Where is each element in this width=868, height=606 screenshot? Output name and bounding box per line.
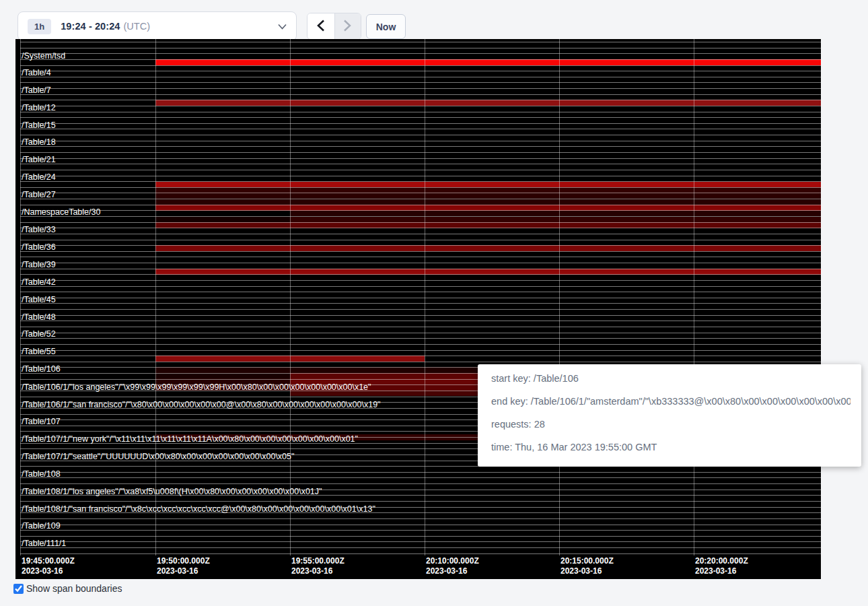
row-label: /Table/107/1/"new york"/"\x11\x11\x11\x1…: [22, 434, 358, 444]
next-interval-button[interactable]: [334, 13, 361, 39]
row-label: /Table/107: [22, 417, 61, 426]
span-boundary-line: [20, 280, 821, 281]
row-label: /Table/55: [22, 347, 56, 356]
span-boundary-line: [20, 344, 821, 345]
chevron-right-icon: [343, 20, 352, 34]
span-boundary-line: [20, 257, 821, 257]
span-boundary-line: [20, 228, 821, 228]
hover-tooltip: start key: /Table/106 end key: /Table/10…: [478, 364, 861, 467]
now-button[interactable]: Now: [366, 14, 406, 39]
span-boundary-line: [20, 123, 821, 124]
span-boundary-line: [20, 315, 821, 316]
row-label: /Table/39: [22, 260, 56, 269]
row-label: /Table/36: [22, 242, 56, 252]
row-label: /Table/106/1/"san francisco"/"\x80\x00\x…: [22, 400, 381, 409]
span-boundary-line: [20, 65, 821, 66]
row-label: /System/tsd: [22, 51, 65, 61]
row-label: /Table/27: [22, 190, 56, 199]
time-gridline: [425, 39, 425, 556]
span-boundary-line: [20, 298, 821, 298]
row-label: /Table/21: [22, 155, 56, 164]
span-boundary-line: [20, 477, 821, 478]
show-span-boundaries-label: Show span boundaries: [26, 583, 122, 594]
span-boundary-line: [20, 362, 821, 362]
span-boundary-line: [20, 129, 821, 129]
span-boundary-line: [20, 100, 821, 100]
row-label: /Table/109: [22, 521, 61, 531]
row-label: /Table/18: [22, 137, 56, 147]
span-boundary-line: [20, 222, 821, 223]
span-boundary-line: [20, 547, 821, 548]
span-boundary-line: [20, 152, 821, 153]
heatmap-canvas[interactable]: /System/tsd/Table/4/Table/7/Table/12/Tab…: [15, 39, 821, 579]
tooltip-time: time: Thu, 16 Mar 2023 19:55:00 GMT: [491, 436, 851, 459]
span-boundary-line: [20, 518, 821, 519]
span-boundary-line: [20, 525, 821, 525]
span-boundary-line: [20, 530, 821, 531]
tooltip-start-key: start key: /Table/106: [491, 367, 851, 390]
span-boundary-line: [20, 71, 821, 71]
chevron-down-icon: [278, 24, 287, 30]
span-boundary-line: [20, 181, 821, 182]
tooltip-requests: requests: 28: [491, 413, 851, 436]
span-boundary-line: [20, 501, 821, 502]
row-label: /Table/106: [22, 364, 61, 374]
span-boundary-line: [20, 158, 821, 159]
span-boundary-line: [20, 251, 821, 252]
heat-band: [155, 373, 290, 378]
span-boundary-line: [20, 176, 821, 176]
span-boundary-line: [20, 333, 821, 333]
heat-band: [290, 211, 821, 216]
span-boundary-line: [20, 210, 821, 211]
span-boundary-line: [20, 112, 821, 112]
row-label: /Table/4: [22, 68, 51, 77]
span-boundary-line: [20, 245, 821, 246]
row-label: /Table/48: [22, 312, 56, 322]
row-label: /Table/108/1/"san francisco"/"\x8c\xcc\x…: [22, 504, 375, 514]
span-boundary-line: [20, 48, 821, 48]
span-boundary-line: [20, 269, 821, 269]
row-label: /Table/24: [22, 172, 56, 182]
span-boundary-line: [20, 356, 821, 356]
time-gridline: [20, 39, 21, 556]
prev-interval-button[interactable]: [308, 13, 334, 39]
span-boundary-line: [20, 327, 821, 327]
duration-badge: 1h: [28, 19, 51, 34]
time-nav-group: [307, 13, 361, 40]
span-boundary-line: [20, 88, 821, 89]
row-label: /Table/33: [22, 225, 56, 234]
row-label: /Table/52: [22, 329, 56, 339]
span-boundary-line: [20, 146, 821, 147]
span-boundary-line: [20, 77, 821, 77]
span-boundary-line: [20, 82, 821, 83]
span-boundary-line: [20, 199, 821, 199]
row-label: /Table/108: [22, 469, 61, 479]
span-boundary-line: [20, 483, 821, 484]
span-boundaries-control: Show span boundaries: [13, 583, 122, 594]
x-axis-tick: 19:55:00.000Z2023-03-16: [291, 556, 345, 576]
span-boundary-line: [20, 106, 821, 106]
time-range-dropdown[interactable]: 1h 19:24 - 20:24 (UTC): [17, 11, 297, 41]
span-boundary-line: [20, 309, 821, 310]
x-axis-tick: 20:20:00.000Z2023-03-16: [695, 556, 748, 576]
span-boundary-line: [20, 187, 821, 188]
span-boundary-line: [20, 205, 821, 205]
row-label: /Table/12: [22, 103, 56, 112]
span-boundary-line: [20, 135, 821, 135]
row-label: /Table/107/1/"seattle"/"UUUUUUD\x00\x80\…: [22, 452, 294, 461]
span-boundary-line: [20, 553, 821, 554]
row-label: /Table/7: [22, 86, 51, 95]
span-boundary-line: [20, 338, 821, 339]
row-label: /Table/108/1/"los angeles"/"\xa8\xf5\u00…: [22, 487, 322, 496]
span-boundary-line: [20, 59, 821, 60]
span-boundary-line: [20, 321, 821, 321]
row-label: /NamespaceTable/30: [22, 207, 100, 217]
row-label: /Table/42: [22, 277, 56, 287]
time-gridline: [694, 39, 694, 556]
span-boundary-line: [20, 472, 821, 473]
span-boundary-line: [20, 303, 821, 304]
time-gridline: [559, 39, 560, 556]
row-label: /Table/106/1/"los angeles"/"\x99\x99\x99…: [22, 382, 371, 392]
show-span-boundaries-checkbox[interactable]: [13, 584, 24, 594]
span-boundary-line: [20, 292, 821, 292]
